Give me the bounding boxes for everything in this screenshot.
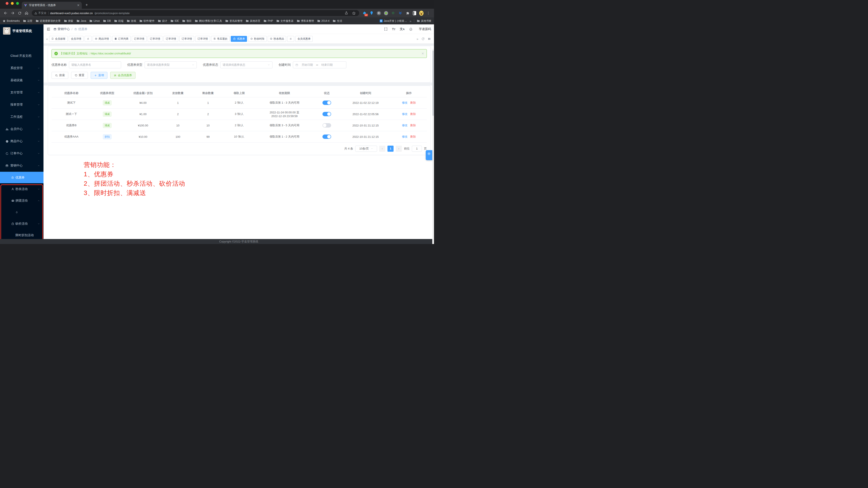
bookmark-star-icon[interactable] [351, 10, 356, 16]
font-size-icon[interactable]: TT [392, 27, 396, 31]
tag-订单详情[interactable]: 订单详情 [195, 36, 210, 42]
delete-link[interactable]: 删除 [410, 135, 416, 138]
breadcrumb-item[interactable]: 营销中心 [54, 27, 70, 31]
extension-pin-icon[interactable] [369, 11, 374, 15]
reload-icon[interactable] [17, 10, 22, 16]
page-size-select[interactable]: 10条/页 [355, 146, 377, 152]
bookmark-folder[interactable]: 文件服务器 [276, 19, 293, 23]
edit-link[interactable]: 修改 [402, 135, 408, 138]
tag-订单列表[interactable]: 订单列表 [112, 36, 131, 42]
member-coupon-button[interactable]: 会员优惠券 [110, 72, 135, 79]
fullscreen-icon[interactable] [384, 27, 388, 31]
new-tab-button[interactable]: ＋ [85, 3, 89, 6]
sidebar-item-拼团活动[interactable]: 拼团活动 [0, 195, 43, 206]
alert-close-icon[interactable]: ✕ [422, 52, 424, 55]
back-icon[interactable] [3, 10, 8, 16]
tags-refresh-icon[interactable] [422, 37, 425, 40]
bookmarks-overflow-icon[interactable]: » [410, 19, 411, 23]
tags-scroll-right-icon[interactable]: » [416, 37, 418, 41]
settings-fab[interactable] [426, 150, 432, 160]
search-button[interactable]: 搜索 [52, 72, 68, 79]
bookmark-folder[interactable]: 运营 [23, 19, 32, 23]
home-icon[interactable] [24, 10, 29, 16]
layout-columns-icon[interactable] [428, 37, 431, 40]
extension-command-icon[interactable]: ⌘ [377, 11, 381, 15]
sidebar-item-营销中心[interactable]: 营销中心 [0, 160, 43, 172]
create-button[interactable]: 新增 [91, 72, 107, 79]
side-panel-icon[interactable] [412, 11, 416, 15]
bookmark-folder[interactable]: PHP [264, 19, 273, 22]
tag-订单详情[interactable]: 订单详情 [163, 36, 178, 42]
alert-doc-link[interactable]: https://doc.iocoder.cn/mall/build/ [91, 52, 131, 55]
bookmark-folder[interactable]: 其他语言 [246, 19, 260, 23]
browser-menu-icon[interactable]: ⋮ [426, 10, 431, 16]
extension-star-icon[interactable]: ✩ [391, 11, 395, 15]
status-toggle[interactable] [322, 112, 331, 116]
tag-订单详情[interactable]: 订单详情 [148, 36, 162, 42]
next-page-button[interactable]: › [396, 146, 402, 152]
sidebar-item-报表管理[interactable]: 报表管理 [0, 98, 43, 111]
tags-scroll-left-icon[interactable]: « [46, 37, 48, 41]
sidebar-item-限时折扣活动[interactable]: 限时折扣活动 [0, 229, 43, 239]
bookmark-folder[interactable]: 网站/博客/文章/工具 [195, 19, 222, 23]
bookmark-folder[interactable]: 项目 [182, 19, 192, 23]
forward-icon[interactable] [10, 10, 16, 16]
tag-秒杀时段[interactable]: 秒杀时段 [248, 36, 267, 42]
other-bookmarks[interactable]: 其他书签 [417, 19, 431, 23]
bookmark-folder[interactable]: IDE [170, 19, 179, 22]
minimize-window-button[interactable] [11, 2, 14, 5]
date-range-picker[interactable]: 开始日期 – 结束日期 [293, 61, 346, 68]
tag-订单详情[interactable]: 订单详情 [179, 36, 194, 42]
tag-商品列表[interactable]: 商品列表 [85, 36, 92, 42]
status-toggle[interactable] [322, 101, 331, 105]
bookmark-folder[interactable]: 软件/硬件 [140, 19, 155, 23]
bookmark-folder[interactable]: 前端 [114, 19, 124, 23]
tag-订单详情[interactable]: 订单详情 [132, 36, 147, 42]
tag-商品详情[interactable]: 商品详情 [93, 36, 111, 42]
delete-link[interactable]: 删除 [410, 112, 416, 116]
tag-会员优惠券[interactable]: 会员优惠券 [295, 36, 313, 42]
bookmark-folder[interactable]: Linux [89, 19, 100, 22]
share-icon[interactable] [344, 10, 348, 16]
status-toggle[interactable] [322, 123, 331, 127]
sidebar-item-订单中心[interactable]: 订单中心 [0, 147, 43, 160]
profile-avatar[interactable] [419, 11, 424, 15]
user-name[interactable]: 芋道源码 [419, 27, 431, 31]
extension-recorder-icon[interactable] [384, 11, 388, 15]
bookmark-java-link[interactable]: BJava开发 | 小组首… [380, 19, 407, 23]
extension-chevrons-icon[interactable] [398, 11, 402, 15]
tag-秒杀商品[interactable]: 秒杀商品 [268, 36, 286, 42]
reset-button[interactable]: 重置 [71, 72, 88, 79]
sidebar-item-支付管理[interactable]: 支付管理 [0, 86, 43, 98]
security-warning[interactable]: 不安全 [34, 11, 46, 15]
bookmark-folder[interactable]: 搜索 [64, 19, 73, 23]
close-window-button[interactable] [6, 2, 8, 5]
tab-close-icon[interactable]: ✕ [77, 3, 80, 7]
bookmark-folder[interactable]: DB [103, 19, 111, 22]
tag-会员详情[interactable]: 会员详情 [69, 36, 84, 42]
browser-tab[interactable]: 芋道管理系统 - 优惠券 ✕ [22, 2, 82, 9]
tag-会员标签[interactable]: 会员标签 [49, 36, 68, 42]
prev-page-button[interactable]: ‹ [379, 146, 385, 152]
bookmark-folder[interactable]: 博客未整理 [297, 19, 314, 23]
tag-售后退款[interactable]: 售后退款 [211, 36, 229, 42]
sidebar-item-工作流程[interactable]: 工作流程 [0, 111, 43, 123]
delete-link[interactable]: 删除 [410, 124, 416, 127]
current-page[interactable]: 1 [388, 146, 394, 152]
tag-优惠券[interactable]: 优惠券 [231, 36, 247, 42]
address-bar[interactable]: 不安全 dashboard-vue3.yudao.iocoder.cn/prom… [32, 10, 359, 16]
goto-page-input[interactable]: 1 [412, 146, 422, 152]
coupon-name-input[interactable]: 请输入优惠券名 [69, 61, 121, 68]
sidebar-item-会员中心[interactable]: 会员中心 [0, 123, 43, 135]
sidebar-item-优惠券[interactable]: 优惠券 [0, 172, 43, 183]
bookmark-folder[interactable]: 资讯未整理 [225, 19, 242, 23]
maximize-window-button[interactable] [16, 2, 19, 5]
bookmark-folder[interactable]: 近期需要读的文章 [36, 19, 61, 23]
sidebar-item-基础设施[interactable]: 基础设施 [0, 74, 43, 86]
sidebar-item-Cloud 开发文档[interactable]: Cloud 开发文档 [0, 50, 43, 62]
collapse-menu-icon[interactable] [46, 27, 51, 31]
status-toggle[interactable] [322, 135, 331, 139]
bookmarks-manager[interactable]: Bookmarks [3, 19, 20, 22]
bookmark-folder[interactable]: 游戏 [127, 19, 136, 23]
sidebar-item-砍价活动[interactable]: 砍价活动 [0, 218, 43, 229]
